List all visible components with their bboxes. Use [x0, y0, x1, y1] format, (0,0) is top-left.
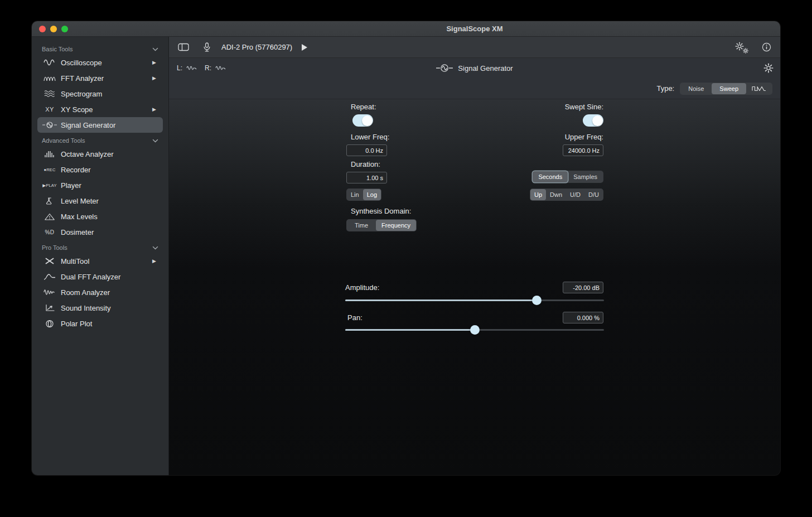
sidebar-item-level-meter[interactable]: Level Meter	[37, 193, 163, 209]
zoom-button[interactable]	[61, 26, 68, 32]
sidebar-item-xy-scope[interactable]: XY XY Scope ▶	[37, 102, 163, 117]
arbitrary-waveform-icon	[752, 85, 766, 92]
sidebar-item-signal-generator[interactable]: Signal Generator	[37, 117, 163, 133]
sidebar-item-dual-fft-analyzer[interactable]: Dual FFT Analyzer	[37, 269, 163, 284]
expand-arrow-icon[interactable]: ▶	[152, 107, 160, 112]
chevron-down-icon[interactable]	[152, 246, 158, 250]
sidebar-item-label: Spectrogram	[61, 90, 102, 98]
signal-generator-icon	[436, 63, 453, 73]
pan-input[interactable]	[563, 312, 603, 323]
sidebar-item-label: Player	[61, 181, 81, 190]
direction-option-du[interactable]: D/U	[584, 189, 603, 200]
sidebar-item-dosimeter[interactable]: %D Dosimeter	[37, 224, 163, 240]
sidebar: Basic Tools Oscilloscope ▶ FFT Analyzer …	[32, 37, 169, 475]
sidebar-item-label: Polar Plot	[61, 320, 92, 328]
tool-settings-button[interactable]	[763, 63, 774, 73]
swept-sine-toggle[interactable]	[583, 114, 603, 127]
section-header-advanced-tools[interactable]: Advanced Tools	[37, 134, 163, 146]
sidebar-item-spectrogram[interactable]: Spectrogram	[37, 86, 163, 102]
expand-arrow-icon[interactable]: ▶	[152, 258, 160, 264]
left-channel-label: L:	[177, 64, 182, 72]
scale-option-log[interactable]: Log	[363, 189, 381, 200]
signal-generator-icon	[41, 121, 59, 129]
sidebar-item-recorder[interactable]: ●REC Recorder	[37, 162, 163, 177]
pan-label: Pan:	[347, 313, 362, 322]
multitool-icon	[41, 257, 59, 265]
chevron-down-icon[interactable]	[152, 47, 158, 51]
device-name[interactable]: ADI-2 Pro (57760297)	[221, 43, 292, 51]
synthesis-option-time[interactable]: Time	[347, 220, 376, 231]
section-header-pro-tools[interactable]: Pro Tools	[37, 241, 163, 253]
sidebar-toggle-button[interactable]	[178, 43, 189, 51]
toggle-knob	[362, 115, 373, 126]
direction-option-up[interactable]: Up	[530, 189, 546, 200]
sidebar-item-room-analyzer[interactable]: Room Analyzer	[37, 284, 163, 300]
dosimeter-icon: %D	[41, 229, 59, 235]
pan-slider-thumb[interactable]	[470, 325, 480, 335]
titlebar: SignalScope XM	[32, 21, 780, 37]
type-row: Type: Noise Sweep	[169, 78, 780, 99]
sound-intensity-icon	[41, 304, 59, 312]
signal-generator-panel: Repeat: Swept Sine: Lower Freq: Upper Fr…	[169, 99, 780, 475]
microphone-icon	[202, 42, 211, 52]
duration-unit-samples[interactable]: Samples	[568, 171, 603, 182]
main-area: ADI-2 Pro (57760297)	[169, 37, 780, 475]
input-device-button[interactable]	[202, 42, 211, 52]
settings-gears-button[interactable]	[735, 42, 747, 52]
sidebar-item-sound-intensity[interactable]: Sound Intensity	[37, 300, 163, 316]
sidebar-item-max-levels[interactable]: Max Levels	[37, 209, 163, 224]
type-option-noise[interactable]: Noise	[680, 83, 712, 94]
close-button[interactable]	[39, 26, 46, 32]
pan-slider[interactable]	[345, 325, 605, 335]
sidebar-item-polar-plot[interactable]: Polar Plot	[37, 316, 163, 331]
type-option-sweep[interactable]: Sweep	[712, 83, 746, 94]
repeat-label: Repeat:	[351, 103, 376, 111]
amplitude-slider[interactable]	[345, 296, 605, 305]
section-label: Advanced Tools	[42, 137, 85, 144]
window-title: SignalScope XM	[169, 21, 780, 36]
play-icon: ▶PLAY	[41, 183, 59, 188]
sidebar-item-label: Sound Intensity	[61, 304, 111, 312]
expand-arrow-icon[interactable]: ▶	[152, 75, 160, 81]
synthesis-option-frequency[interactable]: Frequency	[376, 220, 416, 231]
slider-fill	[345, 329, 475, 331]
lower-freq-input[interactable]	[346, 144, 387, 156]
expand-arrow-icon[interactable]: ▶	[152, 60, 160, 65]
sweep-scale-segmented-control: Lin Log	[346, 189, 381, 201]
sidebar-item-label: Max Levels	[61, 212, 98, 221]
direction-option-dwn[interactable]: Dwn	[546, 189, 566, 200]
sidebar-item-player[interactable]: ▶PLAY Player	[37, 177, 163, 193]
spectrogram-icon	[41, 90, 59, 98]
tool-subheader: L: R: Signal Generator	[169, 58, 780, 99]
play-button[interactable]	[301, 44, 308, 51]
left-meter-icon[interactable]	[186, 65, 197, 71]
type-segmented-control: Noise Sweep	[680, 83, 772, 95]
repeat-toggle[interactable]	[352, 114, 373, 127]
traffic-lights	[39, 26, 68, 32]
right-meter-icon[interactable]	[215, 65, 226, 71]
sidebar-item-label: Oscilloscope	[61, 59, 102, 67]
scale-option-lin[interactable]: Lin	[347, 189, 363, 200]
sidebar-item-oscilloscope[interactable]: Oscilloscope ▶	[37, 55, 163, 70]
type-option-arbitrary-waveform[interactable]	[746, 84, 772, 93]
synthesis-domain-label: Synthesis Domain:	[351, 207, 411, 215]
chevron-down-icon[interactable]	[152, 139, 158, 143]
fft-analyzer-icon	[41, 74, 59, 82]
amplitude-label: Amplitude:	[345, 283, 379, 292]
upper-freq-input[interactable]	[563, 144, 603, 156]
sidebar-item-octave-analyzer[interactable]: Octave Analyzer	[37, 146, 163, 162]
tool-title: Signal Generator	[458, 64, 513, 73]
duration-input[interactable]	[346, 172, 387, 183]
info-button[interactable]	[762, 42, 771, 52]
duration-unit-seconds[interactable]: Seconds	[533, 171, 568, 182]
sidebar-item-multitool[interactable]: MultiTool ▶	[37, 253, 163, 269]
sidebar-item-fft-analyzer[interactable]: FFT Analyzer ▶	[37, 70, 163, 86]
toggle-knob	[592, 115, 603, 126]
dual-fft-icon	[41, 273, 59, 281]
right-channel-label: R:	[205, 64, 211, 72]
amplitude-slider-thumb[interactable]	[532, 296, 542, 305]
section-header-basic-tools[interactable]: Basic Tools	[37, 43, 163, 55]
amplitude-input[interactable]	[563, 282, 603, 293]
direction-option-ud[interactable]: U/D	[566, 189, 584, 200]
minimize-button[interactable]	[50, 26, 57, 32]
